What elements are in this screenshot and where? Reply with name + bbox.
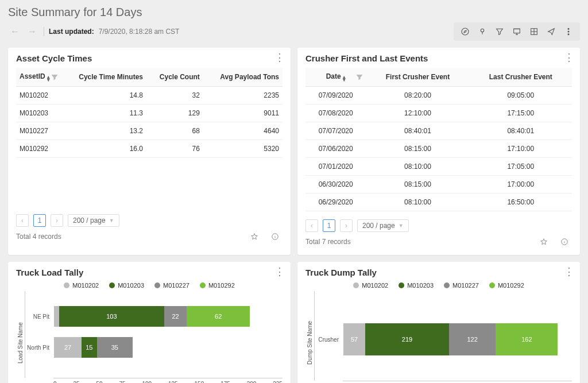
legend-item[interactable]: M010292 — [489, 282, 524, 289]
bar-segment[interactable]: 62 — [187, 306, 250, 327]
bar-segment[interactable]: 219 — [365, 323, 449, 355]
bar-segment[interactable]: 35 — [97, 337, 133, 358]
x-tick: 50 — [96, 381, 102, 383]
table-row[interactable]: 06/30/202008:15:0017:00:00 — [305, 176, 572, 194]
bar-segment[interactable]: 122 — [449, 323, 496, 355]
tag-icon[interactable] — [474, 25, 490, 38]
page-size-select[interactable]: 200 / page▼ — [68, 214, 119, 227]
filter-icon[interactable] — [492, 25, 508, 38]
panel-title: Asset Cycle Times — [16, 53, 283, 63]
info-icon[interactable] — [268, 230, 283, 243]
table-row[interactable]: M01029216.0765320 — [16, 140, 283, 158]
info-icon[interactable] — [557, 235, 572, 248]
last-updated-value: 7/9/2020, 8:18:28 am CST — [99, 28, 180, 36]
bar-segment[interactable]: 22 — [164, 306, 187, 327]
crusher-table: Date▴▾ First Crusher Event Last Crusher … — [305, 68, 572, 211]
pager-prev[interactable]: ‹ — [16, 214, 29, 227]
bar-segment[interactable]: 103 — [59, 306, 164, 327]
records-count: Total 7 records — [305, 238, 351, 246]
panel-title: Truck Load Tally — [16, 268, 283, 277]
col-apt[interactable]: Avg Payload Tons — [203, 68, 283, 87]
table-row[interactable]: M01022713.2684640 — [16, 122, 283, 140]
legend-item[interactable]: M010227 — [444, 282, 479, 289]
star-icon[interactable] — [536, 235, 551, 248]
col-ctm[interactable]: Cycle Time Minutes — [61, 68, 146, 87]
page-title: Site Summary for 14 Days — [8, 6, 142, 19]
bar-segment[interactable]: 57 — [343, 323, 365, 355]
pager-current[interactable]: 1 — [323, 219, 335, 232]
legend-item[interactable]: M010202 — [353, 282, 388, 289]
panel-truck-dump-tally: ⋮ Truck Dump Tally M010202M010203M010227… — [297, 262, 580, 383]
pager-next[interactable]: › — [340, 219, 353, 232]
svg-point-5 — [568, 28, 569, 29]
table-row[interactable]: M01020214.8322235 — [16, 87, 283, 105]
chart-legend: M010202M010203M010227M010292 — [305, 282, 572, 289]
legend-item[interactable]: M010292 — [200, 282, 235, 289]
category-label: Crusher — [315, 336, 343, 343]
table-row[interactable]: M01020311.31299011 — [16, 105, 283, 122]
back-button[interactable]: ← — [8, 25, 22, 38]
table-row[interactable]: 07/01/202008:10:0017:05:00 — [305, 158, 572, 176]
svg-point-7 — [568, 34, 569, 35]
grid-icon[interactable] — [526, 25, 542, 38]
legend-item[interactable]: M010203 — [109, 282, 144, 289]
category-label: North Pit — [25, 345, 54, 351]
filter-icon[interactable] — [52, 73, 57, 82]
x-tick: 225 — [273, 381, 283, 383]
svg-rect-3 — [514, 29, 520, 33]
legend-item[interactable]: M010202 — [64, 282, 99, 289]
table-row[interactable]: 07/09/202008:20:0009:05:00 — [305, 87, 572, 105]
x-tick: 25 — [73, 381, 79, 383]
panel-crusher-events: ⋮ Crusher First and Last Events Date▴▾ F… — [297, 48, 580, 255]
panel-menu-icon[interactable]: ⋮ — [274, 266, 285, 277]
cycle-table: AssetID▴▾ Cycle Time Minutes Cycle Count… — [16, 68, 283, 158]
col-assetid[interactable]: AssetID▴▾ — [16, 68, 61, 87]
chart-legend: M010202M010203M010227M010292 — [16, 282, 283, 289]
pager: ‹ 1 › 200 / page▼ — [16, 214, 283, 227]
x-tick: 100 — [142, 381, 152, 383]
bar-segment[interactable]: 15 — [82, 337, 97, 358]
last-updated-label: Last updated: — [49, 28, 94, 36]
table-row[interactable]: 07/07/202008:40:0108:40:01 — [305, 122, 572, 140]
panel-menu-icon[interactable]: ⋮ — [274, 52, 285, 63]
chart-bars: NE Pit1032262North Pit271535 — [25, 291, 283, 378]
panel-menu-icon[interactable]: ⋮ — [564, 52, 574, 63]
panel-asset-cycle-times: ⋮ Asset Cycle Times AssetID▴▾ Cycle Time… — [8, 48, 291, 255]
pager: ‹ 1 › 200 / page▼ — [305, 219, 572, 232]
send-icon[interactable] — [543, 25, 559, 38]
y-axis-label: Load Site Name — [16, 291, 25, 383]
records-count: Total 4 records — [16, 233, 61, 241]
more-icon[interactable] — [560, 25, 577, 38]
col-first[interactable]: First Crusher Event — [366, 68, 469, 87]
filter-icon[interactable] — [357, 73, 362, 82]
pager-prev[interactable]: ‹ — [305, 219, 318, 232]
bar-stack: 1032262 — [54, 306, 250, 327]
panel-title: Truck Dump Tally — [305, 268, 572, 277]
presentation-icon[interactable] — [509, 25, 525, 38]
col-cc[interactable]: Cycle Count — [146, 68, 203, 87]
table-row[interactable]: 07/08/202012:10:0017:15:00 — [305, 105, 572, 122]
star-icon[interactable] — [247, 230, 262, 243]
panel-truck-load-tally: ⋮ Truck Load Tally M010202M010203M010227… — [8, 262, 291, 383]
divider — [44, 27, 44, 36]
x-tick: 150 — [195, 381, 204, 383]
legend-item[interactable]: M010227 — [154, 282, 189, 289]
bar-segment[interactable]: 27 — [54, 337, 82, 358]
bar-segment[interactable]: 162 — [496, 323, 558, 355]
table-row[interactable]: 06/29/202008:10:0016:50:00 — [305, 194, 572, 211]
svg-point-0 — [462, 28, 469, 35]
panel-title: Crusher First and Last Events — [305, 53, 572, 63]
panel-menu-icon[interactable]: ⋮ — [564, 266, 574, 277]
forward-button[interactable]: → — [25, 25, 39, 38]
col-last[interactable]: Last Crusher Event — [470, 68, 572, 87]
chart-bars: Crusher57219122162 — [314, 291, 572, 381]
pager-current[interactable]: 1 — [33, 214, 46, 227]
col-date[interactable]: Date▴▾ — [305, 68, 366, 87]
pager-next[interactable]: › — [51, 214, 63, 227]
legend-item[interactable]: M010203 — [399, 282, 434, 289]
page-size-select[interactable]: 200 / page▼ — [357, 219, 409, 232]
table-row[interactable]: 07/06/202008:15:0017:10:00 — [305, 140, 572, 158]
bar-stack: 271535 — [54, 337, 133, 358]
bar-segment[interactable] — [54, 306, 59, 327]
compass-icon[interactable] — [457, 25, 473, 38]
